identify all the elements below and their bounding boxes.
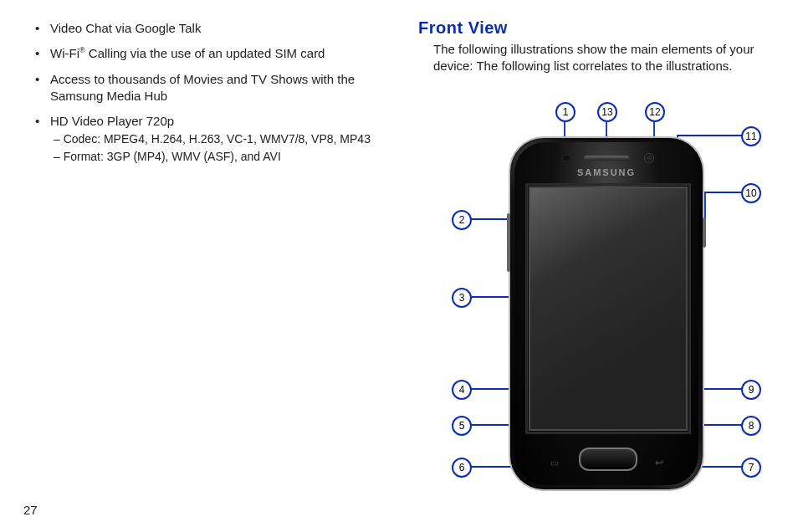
feature-prefix: Wi-Fi: [50, 46, 79, 60]
section-heading: Front View: [418, 18, 778, 38]
left-column: Video Chat via Google Talk Wi-Fi® Callin…: [35, 20, 395, 173]
menu-softkey-icon: [547, 456, 560, 468]
page-number: 27: [23, 503, 38, 517]
list-item: Video Chat via Google Talk: [35, 20, 395, 37]
feature-list: Video Chat via Google Talk Wi-Fi® Callin…: [35, 20, 395, 165]
home-button-icon: [579, 448, 637, 471]
section-intro: The following illustrations show the mai…: [433, 41, 778, 75]
brand-label: SAMSUNG: [510, 167, 703, 177]
callout-8: 8: [741, 416, 761, 436]
screen-icon: [529, 187, 688, 431]
volume-rocker-icon: [507, 213, 510, 272]
list-item: Wi-Fi® Calling via the use of an updated…: [35, 45, 395, 62]
feature-text: Access to thousands of Movies and TV Sho…: [50, 72, 355, 103]
callout-5: 5: [452, 416, 472, 436]
callout-10: 10: [741, 183, 761, 203]
callout-9: 9: [741, 380, 761, 400]
phone-illustration: SAMSUNG: [510, 138, 703, 489]
list-item: HD Video Player 720p – Codec: MPEG4, H.2…: [35, 113, 395, 165]
sub-item: – Codec: MPEG4, H.264, H.263, VC-1, WMV7…: [54, 131, 395, 147]
registered-mark: ®: [79, 46, 85, 54]
callout-7: 7: [741, 458, 761, 478]
front-camera-icon: [644, 153, 654, 163]
callout-13: 13: [597, 102, 617, 122]
phone-diagram: SAMSUNG 1 13 12 11 10 2 3 4 5 6 7 8 9: [418, 100, 778, 502]
proximity-sensor-icon: [562, 155, 570, 161]
feature-text: Video Chat via Google Talk: [50, 21, 201, 35]
sub-item: – Format: 3GP (MP4), WMV (ASF), and AVI: [54, 149, 395, 165]
callout-2: 2: [452, 210, 472, 230]
callout-3: 3: [452, 288, 472, 308]
callout-6: 6: [452, 458, 472, 478]
callout-11: 11: [741, 126, 761, 146]
list-item: Access to thousands of Movies and TV Sho…: [35, 71, 395, 105]
feature-text: HD Video Player 720p: [50, 114, 174, 128]
callout-1: 1: [555, 102, 575, 122]
right-column: Front View The following illustrations s…: [418, 18, 778, 89]
back-softkey-icon: [652, 456, 666, 468]
feature-suffix: Calling via the use of an updated SIM ca…: [85, 46, 325, 60]
callout-4: 4: [452, 380, 472, 400]
earpiece-icon: [584, 156, 629, 161]
callout-12: 12: [645, 102, 665, 122]
sub-list: – Codec: MPEG4, H.264, H.263, VC-1, WMV7…: [54, 131, 395, 165]
power-button-icon: [703, 217, 706, 248]
